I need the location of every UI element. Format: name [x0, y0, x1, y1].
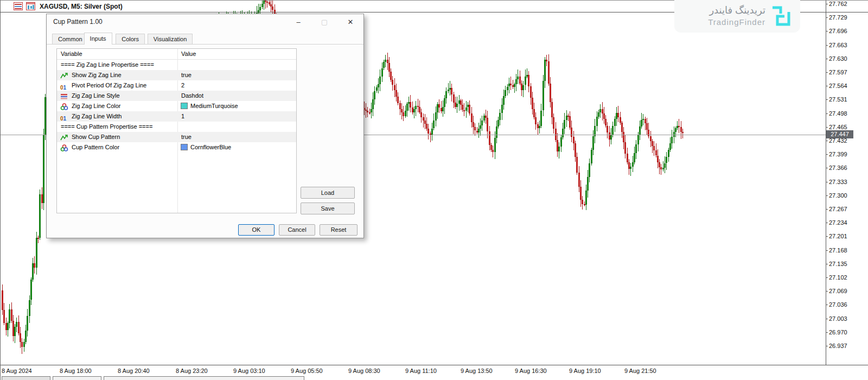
value-text[interactable]: 2 — [181, 82, 184, 88]
value-text[interactable]: MediumTurquoise — [190, 103, 238, 109]
candle-wick — [38, 236, 39, 243]
load-button[interactable]: Load — [301, 187, 355, 199]
bear-candle — [420, 112, 422, 117]
bull-candle — [444, 98, 445, 107]
time-label: 9 Aug 08:30 — [348, 368, 380, 374]
value-text[interactable]: true — [181, 72, 192, 78]
input-row-section[interactable]: ==== Cup Pattern Propertise ==== — [57, 122, 296, 132]
input-row-zig-zag-line-color[interactable]: Zig Zag Line ColorMediumTurquoise — [57, 101, 296, 111]
bear-candle — [571, 128, 572, 137]
save-button[interactable]: Save — [301, 202, 355, 214]
chart-window-icon[interactable] — [26, 2, 35, 10]
input-row-show-zig-zag-line[interactable]: Show Zig Zag Linetrue — [57, 70, 296, 80]
bull-candle — [378, 84, 379, 87]
bull-candle — [448, 90, 449, 91]
close-icon[interactable]: ✕ — [342, 17, 359, 28]
bear-candle — [617, 113, 619, 117]
bull-candle — [641, 120, 642, 127]
input-row-show-cup-pattern[interactable]: Show Cup Patterntrue — [57, 132, 296, 142]
value-text[interactable]: Dashdot — [181, 92, 203, 99]
candle-wick — [527, 68, 527, 78]
ok-button[interactable]: OK — [238, 224, 275, 236]
chart-symbol-title: XAGUSD, M5: Silver (Spot) — [40, 3, 123, 10]
tab-colors[interactable]: Colors — [116, 34, 145, 44]
color-input-icon — [60, 144, 68, 151]
bear-candle — [427, 129, 429, 134]
tab-visualization[interactable]: Visualization — [148, 34, 193, 44]
bull-candle — [515, 79, 517, 84]
price-tick — [826, 141, 828, 141]
chart-tab-3[interactable] — [104, 376, 304, 380]
bull-candle — [14, 327, 16, 336]
price-tick — [826, 72, 828, 73]
bear-candle — [489, 131, 490, 145]
candle-wick — [468, 102, 468, 112]
price-tick — [826, 305, 828, 305]
bear-candle — [573, 137, 575, 144]
variable-label: Cup Pattern Color — [72, 144, 119, 150]
bull-candle — [539, 126, 540, 128]
tab-inputs[interactable]: Inputs — [84, 33, 112, 45]
value-text[interactable]: true — [181, 134, 192, 140]
bear-candle — [655, 150, 657, 155]
bull-candle — [591, 150, 592, 163]
reset-button[interactable]: Reset — [320, 224, 358, 236]
bear-candle — [584, 204, 585, 205]
bull-candle — [405, 111, 406, 116]
input-row-cup-pattern-color[interactable]: Cup Pattern ColorCornflowerBlue — [57, 142, 296, 153]
color-swatch[interactable] — [181, 144, 188, 150]
input-row-pivot-period-of-zig-zag-line[interactable]: 01Pivot Period Of Zig Zag Line2 — [57, 80, 296, 91]
bear-candle — [399, 103, 401, 109]
input-row-zig-zag-line-style[interactable]: Zig Zag Line StyleDashdot — [57, 91, 296, 101]
variable-label: Pivot Period Of Zig Zag Line — [72, 82, 146, 88]
bull-candle — [671, 137, 673, 143]
int-input-icon: 01 — [60, 82, 68, 89]
tab-common[interactable]: Common — [52, 34, 88, 44]
bull-candle — [374, 91, 375, 100]
bull-candle — [371, 109, 372, 112]
bear-candle — [650, 136, 652, 141]
dialog-title: Cup Pattern 1.00 — [53, 18, 103, 26]
chart-tab-1[interactable] — [2, 376, 50, 380]
candle-wick — [409, 97, 409, 111]
window-left-border — [0, 0, 1, 380]
input-row-zig-zag-line-width[interactable]: 01Zig Zag Line Width1 — [57, 111, 296, 122]
bull-candle — [465, 107, 467, 111]
price-tick — [826, 291, 828, 292]
bull-candle — [30, 280, 32, 300]
price-tick — [826, 99, 828, 100]
bull-candle — [558, 147, 560, 151]
current-price-tag: 27.447 — [826, 130, 853, 138]
bear-candle — [578, 173, 580, 187]
candle-wick — [367, 107, 368, 117]
price-tick — [826, 250, 828, 251]
minimize-icon[interactable]: – — [290, 17, 307, 28]
time-label: 8 Aug 18:00 — [60, 368, 92, 374]
bear-candle — [624, 142, 626, 154]
market-watch-icon[interactable] — [14, 2, 23, 10]
color-swatch[interactable] — [181, 103, 188, 109]
price-tick — [826, 195, 828, 196]
bear-candle — [576, 157, 578, 173]
bear-candle — [659, 162, 660, 167]
bull-candle — [587, 177, 589, 191]
bull-candle — [499, 113, 501, 120]
cancel-button[interactable]: Cancel — [279, 224, 315, 236]
bear-candle — [471, 113, 473, 122]
price-tick — [826, 31, 828, 31]
bull-candle — [379, 77, 381, 84]
bull-candle — [496, 126, 497, 138]
inputs-table: Variable Value ==== Zig Zag Line Propert… — [56, 48, 297, 213]
input-row-section[interactable]: ==== Zig Zag Line Propertise ==== — [57, 60, 296, 70]
chart-tab-2[interactable] — [53, 376, 101, 380]
price-tick — [826, 277, 828, 278]
bear-candle — [582, 200, 583, 204]
price-tick — [826, 154, 828, 155]
price-tick — [826, 4, 828, 4]
bull-candle — [637, 135, 639, 144]
time-label: 9 Aug 03:10 — [233, 368, 265, 374]
bear-candle — [657, 156, 659, 163]
value-text[interactable]: 1 — [181, 113, 184, 119]
value-text[interactable]: CornflowerBlue — [190, 144, 231, 150]
bear-candle — [2, 290, 3, 309]
